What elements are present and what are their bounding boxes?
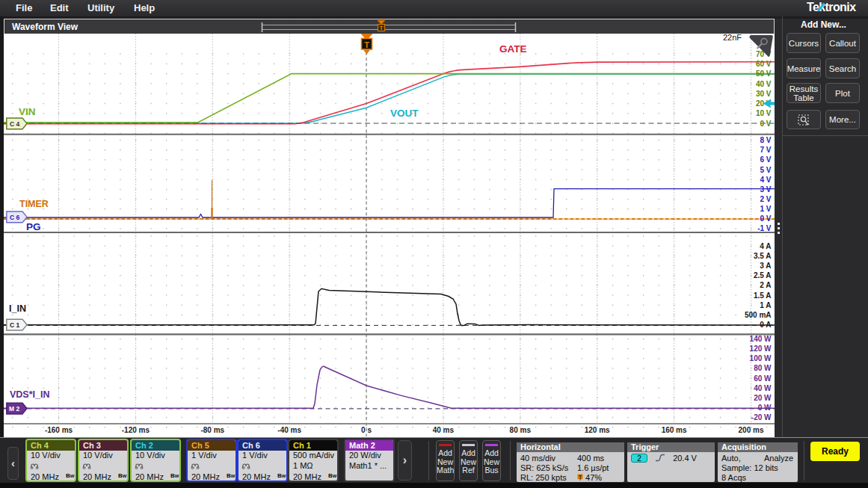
svg-text:0 W: 0 W xyxy=(758,404,772,412)
svg-text:VDS*I_IN: VDS*I_IN xyxy=(10,389,50,400)
svg-text:80 W: 80 W xyxy=(754,364,772,372)
svg-text:0 V: 0 V xyxy=(760,120,771,128)
svg-text:-120 ms: -120 ms xyxy=(122,426,150,434)
svg-text:500 mA: 500 mA xyxy=(745,311,772,319)
svg-text:120 ms: 120 ms xyxy=(585,426,610,434)
svg-text:1 V: 1 V xyxy=(760,205,771,213)
svg-text:1.5 A: 1.5 A xyxy=(754,291,772,300)
svg-text:4 A: 4 A xyxy=(760,242,771,250)
svg-text:0 s: 0 s xyxy=(361,426,372,434)
svg-text:7 V: 7 V xyxy=(760,146,771,154)
svg-text:0 V: 0 V xyxy=(760,214,771,223)
svg-text:3 V: 3 V xyxy=(760,185,771,194)
svg-text:M 2: M 2 xyxy=(9,405,19,413)
svg-text:6 V: 6 V xyxy=(760,155,771,164)
svg-text:GATE: GATE xyxy=(499,43,527,55)
svg-text:2 V: 2 V xyxy=(760,195,771,203)
svg-text:VIN: VIN xyxy=(19,106,36,117)
svg-text:10 V: 10 V xyxy=(756,109,772,117)
svg-text:-160 ms: -160 ms xyxy=(45,426,73,434)
svg-text:40 V: 40 V xyxy=(756,80,772,88)
svg-text:120 W: 120 W xyxy=(750,345,772,353)
svg-text:T: T xyxy=(380,25,384,31)
svg-text:PG: PG xyxy=(26,221,41,232)
svg-text:60 W: 60 W xyxy=(754,374,772,383)
svg-text:3 A: 3 A xyxy=(760,262,771,270)
svg-text:5 V: 5 V xyxy=(760,166,771,174)
svg-text:-20 W: -20 W xyxy=(751,413,772,421)
svg-text:-40 ms: -40 ms xyxy=(277,426,301,434)
svg-text:60 V: 60 V xyxy=(756,60,772,68)
svg-text:C 6: C 6 xyxy=(10,214,20,221)
svg-text:2 A: 2 A xyxy=(760,281,771,289)
svg-text:160 ms: 160 ms xyxy=(662,426,687,434)
svg-text:T: T xyxy=(579,474,582,479)
svg-text:20 W: 20 W xyxy=(754,394,772,402)
svg-text:3.5 A: 3.5 A xyxy=(754,252,772,260)
svg-text:4 V: 4 V xyxy=(760,176,771,184)
svg-text:200 ms: 200 ms xyxy=(739,426,764,434)
svg-text:T: T xyxy=(364,40,369,49)
svg-text:VOUT: VOUT xyxy=(390,108,419,119)
svg-text:140 W: 140 W xyxy=(750,335,772,343)
svg-text:50 V: 50 V xyxy=(756,70,772,78)
svg-text:C 1: C 1 xyxy=(10,321,20,329)
svg-text:8 V: 8 V xyxy=(760,136,771,144)
svg-text:0 A: 0 A xyxy=(760,321,771,329)
svg-text:TIMER: TIMER xyxy=(19,199,49,209)
svg-text:I_IN: I_IN xyxy=(9,303,26,314)
svg-text:40 ms: 40 ms xyxy=(433,426,455,434)
svg-text:40 W: 40 W xyxy=(754,384,772,392)
svg-text:30 V: 30 V xyxy=(756,90,772,98)
svg-text:22nF: 22nF xyxy=(723,34,742,42)
svg-text:1 A: 1 A xyxy=(760,301,771,309)
svg-text:80 ms: 80 ms xyxy=(510,426,532,434)
svg-text:-80 ms: -80 ms xyxy=(200,426,224,434)
svg-text:2.5 A: 2.5 A xyxy=(754,271,772,279)
svg-text:100 W: 100 W xyxy=(750,354,772,362)
svg-text:-1 V: -1 V xyxy=(757,224,772,232)
svg-text:C 4: C 4 xyxy=(10,120,20,128)
